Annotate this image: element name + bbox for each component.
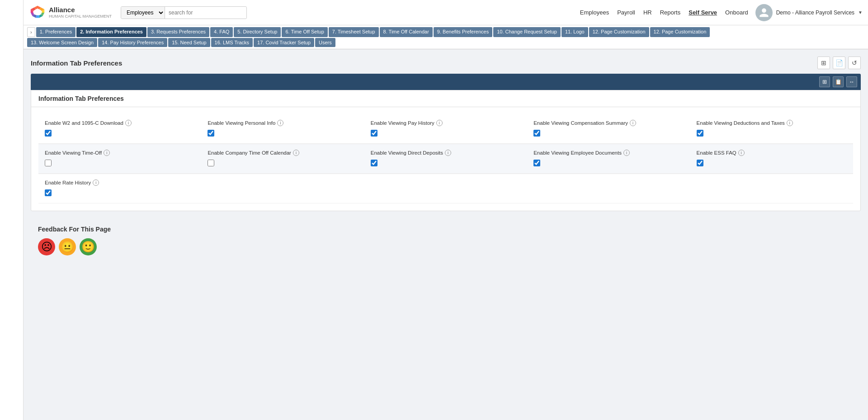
pref-label-rate-history: Enable Rate History [45,180,91,185]
info-icon-w2[interactable]: i [125,120,132,126]
checkbox-pay-history[interactable] [371,130,377,137]
info-icon-deductions[interactable]: i [787,120,793,126]
tab-6-timeoff[interactable]: 6. Time Off Setup [282,27,327,37]
tab-13-welcome[interactable]: 13. Welcome Screen Design [27,38,97,47]
pref-label-pay-history: Enable Viewing Pay History [371,120,434,126]
tab-5-directory[interactable]: 5. Directory Setup [234,27,281,37]
checkbox-timeoff[interactable] [45,160,52,166]
checkbox-rate-history[interactable] [45,189,52,196]
search-input[interactable] [165,7,246,18]
tab-users[interactable]: Users [315,38,335,47]
preferences-card: Information Tab Preferences Enable W2 an… [31,90,861,211]
info-icon-personal[interactable]: i [277,120,283,126]
pref-cell-timeoff-calendar: Enable Company Time Off Calendar i [201,144,364,174]
info-icon-direct-deposits[interactable]: i [445,150,451,156]
history-icon[interactable]: ↺ [848,57,861,69]
info-icon-rate-history[interactable]: i [93,179,99,186]
content: Information Tab Preferences ⊞ 📄 ↺ ⊞ 📋 ↔ … [24,49,868,420]
pref-label-ess-faq: Enable ESS FAQ [697,150,736,156]
blue-bar-icon-2[interactable]: 📋 [833,76,844,87]
tab-2-info-preferences[interactable]: 2. Information Preferences [76,27,146,37]
nav-employees[interactable]: Employees [580,9,609,16]
chevron-down-icon: ▼ [858,10,863,15]
logo-svg [29,4,46,21]
logo-sub: HUMAN CAPITAL MANAGEMENT [49,14,112,19]
pref-cell-timeoff: Enable Viewing Time-Off i [38,144,201,174]
topnav: Alliance HUMAN CAPITAL MANAGEMENT Employ… [24,0,868,25]
tab-9-benefits[interactable]: 9. Benefits Preferences [434,27,492,37]
blue-bar-icon-1[interactable]: ⊞ [819,76,830,87]
pref-row-3: Enable Rate History i [38,174,853,203]
checkbox-direct-deposits[interactable] [371,160,377,166]
page-title: Information Tab Preferences [31,59,122,67]
pref-cell-deductions: Enable Viewing Deductions and Taxes i [690,114,853,144]
tab-16-lms[interactable]: 16. LMS Tracks [211,38,253,47]
pref-cell-emp-docs: Enable Viewing Employee Documents i [527,144,690,174]
checkbox-comp-summary[interactable] [533,130,540,137]
avatar [755,4,773,21]
card-header: Information Tab Preferences [31,90,860,107]
checkbox-timeoff-calendar[interactable] [208,160,214,166]
pref-cell-rate-history: Enable Rate History i [38,174,201,203]
feedback-title: Feedback For This Page [38,226,854,233]
page-actions: ⊞ 📄 ↺ [817,57,861,69]
logo-text-area: Alliance HUMAN CAPITAL MANAGEMENT [49,6,112,19]
nav-selfserve[interactable]: Self Serve [689,9,717,16]
user-area: Demo - Alliance Payroll Services ▼ [755,4,863,21]
tab-7-timesheet[interactable]: 7. Timesheet Setup [329,27,379,37]
tabbar: › 1. Preferences 2. Information Preferen… [24,25,868,49]
tab-12-page-cust-1[interactable]: 12. Page Customization [589,27,649,37]
tab-15-need[interactable]: 15. Need Setup [168,38,210,47]
feedback-happy[interactable]: 🙂 [80,238,97,255]
checkbox-w2[interactable] [45,130,52,137]
feedback-sad[interactable]: ☹ [38,238,55,255]
tab-3-requests[interactable]: 3. Requests Preferences [147,27,209,37]
checkbox-emp-docs[interactable] [533,160,540,166]
pref-cell-pay-history: Enable Viewing Pay History i [364,114,527,144]
pref-label-timeoff-calendar: Enable Company Time Off Calendar [208,150,291,156]
checkbox-ess-faq[interactable] [697,160,703,166]
info-icon-emp-docs[interactable]: i [623,150,630,156]
user-name: Demo - Alliance Payroll Services [776,9,854,16]
nav-onboard[interactable]: Onboard [725,9,748,16]
feedback-neutral[interactable]: 😐 [59,238,76,255]
tab-17-covid[interactable]: 17. Covid Tracker Setup [254,38,314,47]
pref-row-2: Enable Viewing Time-Off i Enable Company… [38,144,853,174]
copy-icon[interactable]: 📄 [833,57,845,69]
info-icon-timeoff[interactable]: i [104,150,110,156]
tab-10-change-request[interactable]: 10. Change Request Setup [493,27,561,37]
pref-label-comp-summary: Enable Viewing Compensation Summary [533,120,628,126]
tab-1-preferences[interactable]: 1. Preferences [36,27,76,37]
tabbar-row1: › 1. Preferences 2. Information Preferen… [27,25,864,38]
pref-label-timeoff: Enable Viewing Time-Off [45,150,102,156]
tab-4-faq[interactable]: 4. FAQ [210,27,233,37]
info-icon-pay-history[interactable]: i [436,120,443,126]
blue-bar-icon-3[interactable]: ↔ [846,76,857,87]
pref-cell-w2: Enable W2 and 1095-C Download i [38,114,201,144]
tab-8-timeoff-calendar[interactable]: 8. Time Off Calendar [380,27,433,37]
nav-reports[interactable]: Reports [660,9,681,16]
tab-14-pay-history[interactable]: 14. Pay History Preferences [98,38,167,47]
tab-expand-icon[interactable]: › [27,27,35,37]
search-dropdown[interactable]: Employees [121,7,165,19]
pref-row-1: Enable W2 and 1095-C Download i Enable V… [38,114,853,144]
card-body: Enable W2 and 1095-C Download i Enable V… [31,107,860,211]
pref-label-emp-docs: Enable Viewing Employee Documents [533,150,622,156]
pref-label-w2: Enable W2 and 1095-C Download [45,120,123,126]
nav-payroll[interactable]: Payroll [617,9,635,16]
pref-cell-direct-deposits: Enable Viewing Direct Deposits i [364,144,527,174]
pref-label-personal-info: Enable Viewing Personal Info [208,120,275,126]
grid-view-icon[interactable]: ⊞ [817,57,830,69]
tabbar-row2: 13. Welcome Screen Design 14. Pay Histor… [27,38,864,49]
checkbox-personal-info[interactable] [208,130,214,137]
nav-hr[interactable]: HR [643,9,652,16]
search-area: Employees [121,6,247,19]
info-icon-ess-faq[interactable]: i [738,150,745,156]
tab-12-page-cust-2[interactable]: 12. Page Customization [650,27,710,37]
main-area: Alliance HUMAN CAPITAL MANAGEMENT Employ… [24,0,868,420]
tab-11-logo[interactable]: 11. Logo [561,27,588,37]
checkbox-deductions[interactable] [697,130,703,137]
feedback-icons: ☹ 😐 🙂 [38,238,854,255]
info-icon-comp-summary[interactable]: i [630,120,636,126]
info-icon-timeoff-calendar[interactable]: i [293,150,299,156]
